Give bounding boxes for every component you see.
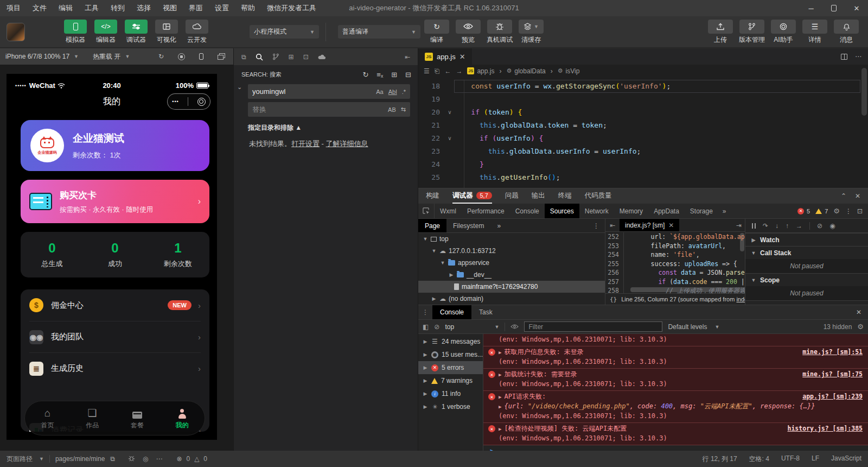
explorer-icon[interactable]: ⧉: [241, 53, 246, 61]
kebab-menu-icon[interactable]: ⋮: [593, 222, 599, 230]
extensions-icon[interactable]: ⊞: [289, 53, 294, 61]
learn-more-link[interactable]: 了解详细信息: [326, 140, 368, 148]
tab-mine[interactable]: 我的: [159, 407, 205, 430]
source-link[interactable]: app.js? [sm]:239: [792, 392, 863, 401]
search-icon[interactable]: [256, 53, 263, 61]
sidebar-toggle-icon[interactable]: ◧: [423, 323, 429, 331]
open-in-editor-icon[interactable]: ⊞: [391, 71, 397, 79]
ai-assistant-button[interactable]: AI助手: [768, 20, 799, 45]
levels-select[interactable]: Default levels▼: [668, 323, 719, 331]
editor-scrollbar[interactable]: [861, 68, 867, 116]
profile-card[interactable]: 企业猫源码 企业猫测试 剩余次数： 1次: [21, 120, 209, 171]
debugger-tab[interactable]: 代码质量: [585, 188, 612, 204]
group-all-messages[interactable]: ▶☰24 messages: [418, 335, 483, 348]
collapse-sidebar-icon[interactable]: ⇤: [405, 53, 410, 61]
more-panes-icon[interactable]: »: [490, 219, 507, 232]
tab-home[interactable]: ⌂ 首页: [25, 407, 70, 430]
refresh-search-icon[interactable]: ↻: [362, 71, 368, 79]
minimize-button[interactable]: ─: [800, 0, 822, 16]
tree-item-nodomain[interactable]: ▶☁(no domain): [418, 293, 605, 305]
pause-on-exceptions-icon[interactable]: ◉: [829, 222, 835, 230]
source-code-lines[interactable]: 252 url: `${app.globalData.apiBase}/uplo…: [605, 232, 745, 293]
expand-caret-icon[interactable]: ▶: [499, 393, 501, 402]
menubar-item[interactable]: 编辑: [59, 3, 73, 13]
tab-indexjs[interactable]: index.js? [sm]✕: [620, 219, 679, 231]
gear-icon[interactable]: ⚙: [833, 207, 840, 215]
step-over-icon[interactable]: ↷: [763, 222, 768, 230]
page-path-select[interactable]: 页面路径▼: [7, 455, 44, 464]
pretty-print-icon[interactable]: {}: [610, 296, 617, 303]
breadcrumb-file[interactable]: JS app.js: [467, 67, 494, 75]
clear-console-icon[interactable]: ⊘: [434, 323, 439, 331]
step-icon[interactable]: →: [796, 222, 802, 230]
menu-item-history[interactable]: ≣ 生成历史 ›: [29, 352, 201, 384]
group-user-messages[interactable]: ▶◉15 user mes...: [418, 348, 483, 361]
search-input[interactable]: [252, 87, 376, 96]
window-layout-icon[interactable]: ⊡: [303, 53, 309, 61]
version-control-button[interactable]: 版本管理: [737, 20, 767, 45]
close-tab-icon[interactable]: ✕: [668, 222, 674, 229]
menubar-item[interactable]: 工具: [85, 3, 99, 13]
debugger-tab[interactable]: 调试器5,7: [452, 188, 492, 204]
group-errors[interactable]: ▶✕5 errors: [418, 361, 483, 374]
source-link[interactable]: mine.js? [sm]:51: [792, 348, 863, 357]
more-dots-icon[interactable]: •••: [172, 99, 178, 104]
back-icon[interactable]: ←: [444, 67, 451, 75]
menubar-item[interactable]: 视图: [163, 3, 177, 13]
console-prompt[interactable]: >: [483, 445, 868, 451]
preview-button[interactable]: 预览: [453, 20, 483, 45]
menubar-item[interactable]: 设置: [215, 3, 229, 13]
breadcrumb-symbol[interactable]: ⚙ isVip: [558, 67, 580, 75]
devtools-tab[interactable]: Console: [510, 204, 545, 218]
tab-task[interactable]: Task: [471, 305, 500, 319]
devtools-tab[interactable]: Network: [579, 204, 614, 218]
watch-eye-icon[interactable]: ◎: [143, 455, 148, 463]
messages-button[interactable]: 消息: [831, 20, 861, 45]
error-message[interactable]: ✕ ▶API请求失败:app.js? [sm]:239 ▶{url: "/vid…: [483, 391, 868, 423]
detach-window-icon[interactable]: [218, 55, 224, 60]
step-into-icon[interactable]: ↓: [775, 222, 778, 230]
nav-left-icon[interactable]: ⇤: [605, 219, 620, 231]
devtools-tab[interactable]: Memory: [614, 204, 648, 218]
mode-select[interactable]: 小程序模式 ▼: [250, 25, 319, 39]
debugger-tab[interactable]: 问题: [505, 188, 519, 204]
menu-item-commission[interactable]: $ 佣金中心 NEW ›: [29, 289, 201, 321]
clear-search-icon[interactable]: ≡ₓ: [376, 71, 383, 79]
more-icon[interactable]: ⋯: [156, 455, 162, 463]
device-frame-icon[interactable]: [199, 53, 203, 60]
minimize-capsule-icon[interactable]: [197, 98, 206, 106]
outline-icon[interactable]: ☰: [424, 67, 430, 75]
error-message[interactable]: ✕ ▶获取用户信息失败: 未登录mine.js? [sm]:51 (env: W…: [483, 346, 868, 369]
close-panel-icon[interactable]: ✕: [855, 192, 860, 200]
forward-icon[interactable]: →: [456, 67, 462, 75]
close-tab-icon[interactable]: ✕: [459, 53, 465, 61]
tree-item-appservice[interactable]: ▼appservice: [418, 257, 605, 269]
breakpoints-section[interactable]: ▼Breakpoints: [745, 300, 868, 305]
step-out-icon[interactable]: ↑: [786, 222, 789, 230]
error-detail[interactable]: ▶{url: "/video/check_pending.php", code:…: [499, 402, 863, 412]
devtools-tab[interactable]: Sources: [545, 204, 579, 218]
user-avatar[interactable]: [7, 23, 25, 41]
restart-icon[interactable]: ↻: [158, 53, 164, 60]
replace-input[interactable]: [252, 105, 388, 113]
device-debug-button[interactable]: 真机调试: [484, 20, 515, 45]
include-exclude-toggle[interactable]: 指定目录和排除 ▲: [248, 123, 410, 132]
tree-item-dev[interactable]: ▶__dev__: [418, 269, 605, 281]
kebab-menu-icon[interactable]: ⋮: [845, 207, 852, 215]
debugger-tab[interactable]: 终端: [558, 188, 572, 204]
tree-item-domain[interactable]: ▼☁127.0.0.1:63712: [418, 245, 605, 257]
compile-mode-select[interactable]: 普通编译 ▼: [338, 25, 420, 39]
tab-page[interactable]: Page: [418, 219, 446, 232]
tree-item-mainframe[interactable]: mainframe?t=1762942780: [418, 281, 605, 293]
menubar-item[interactable]: 微信开发者工具: [267, 3, 316, 13]
simulator-toggle-button[interactable]: 模拟器: [61, 20, 90, 45]
filter-input[interactable]: Filter: [524, 321, 662, 332]
device-select[interactable]: iPhone 6/7/8 100% 17 ▼: [5, 53, 79, 60]
problem-counts[interactable]: ⊗0 △0: [176, 455, 207, 463]
buy-card-banner[interactable]: 购买次卡 按需购买 · 永久有效 · 随时使用 ›: [21, 180, 209, 223]
collapse-panel-icon[interactable]: ⌃: [841, 192, 846, 200]
tab-packages[interactable]: 套餐: [115, 407, 160, 430]
error-message[interactable]: ✕ ▶加载统计失败: 需要登录mine.js? [sm]:75 (env: Wi…: [483, 369, 868, 391]
nav-right-icon[interactable]: ⇥: [736, 219, 745, 231]
tab-console[interactable]: Console: [432, 305, 471, 319]
